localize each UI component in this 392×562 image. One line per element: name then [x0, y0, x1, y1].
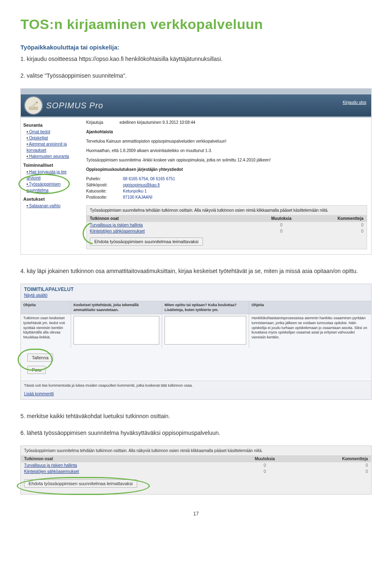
tr1-c3: 0: [309, 223, 363, 227]
s2-h3: Miten opittu tai opitaan? Kuka kouluttaa…: [162, 301, 249, 314]
s2-show-link[interactable]: Näytä sisältö: [21, 293, 51, 301]
sidebar-item-hakemusten[interactable]: Hakemusten seuranta: [27, 153, 80, 159]
step-5: 5. merkitse kaikki tehtäväkohdat luetuik…: [20, 412, 372, 421]
phone-label: Puhelin:: [86, 176, 123, 182]
tr1-name[interactable]: Turvallisuus ja riskien hallinta: [90, 223, 254, 227]
screenshot-form: TOIMITILAPALVELUT Näytä sisältö Ohjeita …: [20, 284, 372, 400]
step-6: 6. lähetä työssäoppimisen suunnitelma hy…: [20, 429, 372, 437]
save-button[interactable]: Tallenna: [27, 354, 53, 362]
sidebar-head-toiminnalliset: Toiminnalliset: [23, 163, 80, 168]
tr2-name[interactable]: Kiinteistöjen sähköasennukset: [90, 229, 254, 233]
app-banner: SOPIMUS Pro Kirjaudu ulos: [21, 94, 371, 116]
subheading: Työpaikkakouluttaja tai opiskelija:: [20, 44, 372, 51]
notice-text: Huomaathan, että 1.8.2009 alkaen arvioin…: [86, 148, 367, 154]
s2-textarea-1[interactable]: [74, 316, 159, 345]
email-label: Sähköposti:: [86, 182, 123, 188]
email-value[interactable]: oppisopimus@kao.fi: [123, 182, 160, 188]
addr-value: Ketunpolku 1: [123, 188, 147, 194]
s2-hint1: Tutkinnon osan keskeiset työtehtävät ym.…: [21, 314, 71, 348]
sidebar-item-suunnitelma[interactable]: Työssäoppimisen suunnitelma: [27, 181, 80, 193]
s2-textarea-2[interactable]: [165, 316, 246, 345]
sidebar-item-hae[interactable]: Hae korvausta ja tee arviointi: [27, 169, 80, 181]
sidebar-item-opiskelijat[interactable]: Opiskelijat: [27, 135, 80, 141]
sidebar-head-seuranta: Seuranta: [23, 123, 80, 128]
s2-h1: Ohjeita: [21, 301, 71, 314]
s3-th1: Tutkinnon osat: [24, 457, 230, 461]
parts-table: Työssäoppimisen suunnitelma tehdään tutk…: [86, 205, 367, 249]
step-4: 4. käy läpi jokainen tutkinnon osa ammat…: [20, 267, 372, 275]
svg-rect-0: [29, 107, 38, 110]
phone-value: 08 6165 6754, 08 6165 6751: [123, 176, 175, 182]
s3-r2c2: 0: [230, 469, 299, 474]
section-title: Ajankohtaista: [86, 130, 113, 134]
s3-r2c3: 0: [299, 469, 368, 474]
sidebar-head-asetukset: Asetukset: [23, 197, 80, 202]
add-comment-link[interactable]: Lisää kommentti: [21, 390, 57, 399]
s3-r2[interactable]: Kiinteistöjen sähköasennukset: [24, 469, 230, 474]
app-name: SOPIMUS Pro: [46, 101, 103, 110]
s2-comment-text: Tässä voit itse kommentoida ja lukea mui…: [21, 381, 371, 390]
s3-propose-button[interactable]: Ehdota työssäoppimisen suunnitelmaa leim…: [24, 479, 137, 488]
screenshot-app: SOPIMUS Pro Kirjaudu ulos Seuranta Omat …: [20, 88, 372, 255]
s2-h2: Keskeiset työtehtävät, joita tekemällä a…: [71, 301, 162, 314]
th-comments: Kommentteja: [309, 216, 363, 221]
sidebar-item-omat[interactable]: Omat tiedot: [27, 129, 80, 135]
login-label: Kirjautuja: [86, 120, 103, 125]
post-value: 87100 KAJAANI: [123, 194, 152, 200]
curve-arrow: [78, 221, 95, 246]
login-prev: edellinen kirjautuminen 9.3.2012 10:08:4…: [120, 120, 196, 125]
s2-title: TOIMITILAPALVELUT: [21, 284, 371, 293]
page-title: TOS:n kirjaaminen verkkopalveluun: [20, 16, 372, 32]
s2-h4: Ohjeita: [249, 301, 371, 314]
s3-r1[interactable]: Turvallisuus ja riskien hallinta: [24, 463, 230, 468]
s3-r1c3: 0: [299, 463, 368, 468]
propose-button[interactable]: Ehdota työssäoppimisen suunnitelmaa leim…: [90, 237, 203, 246]
tr2-c3: 0: [309, 229, 363, 233]
notice2-text: Työssäoppimisen suunnitelma -linkki kosk…: [86, 157, 367, 163]
sidebar-item-salasana[interactable]: Salasanan vaihto: [27, 203, 80, 209]
sidebar: Seuranta Omat tiedot Opiskelijat Aiemmat…: [21, 118, 83, 254]
logout-link[interactable]: Kirjaudu ulos: [343, 100, 366, 105]
post-label: Postiosoite:: [86, 194, 123, 200]
tr1-c2: 0: [254, 223, 309, 227]
contact-title: Oppisopimuskoulutuksen järjestäjän yhtey…: [86, 167, 183, 172]
screenshot-table2: Työssäoppimisen suunnitelma tehdään tutk…: [20, 446, 372, 495]
table-intro: Työssäoppimisen suunnitelma tehdään tutk…: [87, 206, 367, 215]
welcome-text: Tervetuloa Kainuun ammattiopiston oppiso…: [86, 138, 367, 144]
addr-label: Katuosoite:: [86, 188, 123, 194]
app-logo: [25, 97, 42, 114]
tr2-c2: 0: [254, 229, 309, 233]
s3-intro: Työssäoppimisen suunnitelma tehdään tutk…: [21, 446, 371, 455]
step-1: 1. kirjaudu osoitteessa https://opso.kao…: [20, 55, 372, 63]
s2-hint4: Henkilökohtaistamisprosessissa aiemmin h…: [249, 314, 371, 348]
app-main: Kirjautuja edellinen kirjautuminen 9.3.2…: [83, 118, 371, 254]
th-parts: Tutkinnon osat: [90, 216, 254, 221]
s3-th2: Muutoksia: [230, 457, 299, 461]
cancel-button[interactable]: Peru: [27, 366, 46, 374]
page-number: 17: [20, 511, 372, 517]
sidebar-item-aiemmat[interactable]: Aiemmat arvioinnit ja korvaukset: [27, 141, 80, 153]
s3-r1c2: 0: [230, 463, 299, 468]
s3-th3: Kommentteja: [299, 457, 368, 461]
th-changes: Muutoksia: [254, 216, 309, 221]
step-2: 2. valitse "Työssäoppimisen suunnitelma"…: [20, 72, 372, 80]
